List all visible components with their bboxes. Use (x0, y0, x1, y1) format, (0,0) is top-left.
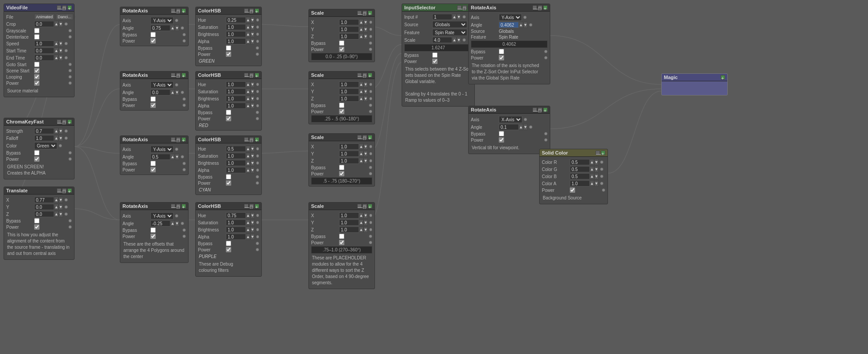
chsb1-hue-input[interactable] (226, 17, 246, 23)
sc1-min[interactable]: — (357, 11, 362, 15)
sc3-y-down[interactable]: ▼ (363, 151, 368, 157)
tz-input[interactable] (34, 211, 54, 217)
sc-a-up[interactable]: ▲ (590, 180, 594, 187)
sc1-y-input[interactable] (339, 26, 359, 32)
minimize-icon[interactable]: — (57, 5, 61, 10)
chsb4-hue-input[interactable] (226, 212, 246, 219)
endtime-input[interactable] (34, 55, 54, 61)
chsb1-byp-cb[interactable] (226, 45, 231, 51)
chsb3-hue-up[interactable]: ▲ (246, 146, 250, 152)
sc4-x-input[interactable] (339, 212, 359, 219)
grayscale-checkbox[interactable] (34, 28, 39, 33)
chsb3-alp-input[interactable] (226, 167, 246, 173)
magic-header[interactable]: Magic + (662, 74, 727, 81)
ra4-axis-select[interactable]: Y-Axis (150, 212, 174, 219)
sc1-z-down[interactable]: ▼ (363, 33, 368, 40)
chromakey-power-checkbox[interactable] (34, 156, 39, 162)
sc2-y-up[interactable]: ▲ (359, 88, 363, 95)
ra4-pwr[interactable]: + (181, 204, 186, 208)
chsb4-alp-down[interactable]: ▼ (250, 234, 255, 240)
rab-pwr[interactable]: + (543, 107, 548, 112)
sc3-pwr-cb[interactable] (339, 171, 344, 176)
chsb2-pwr-cb[interactable] (226, 116, 231, 121)
chsb2-bri-up[interactable]: ▲ (246, 95, 250, 102)
sc2-x-up[interactable]: ▲ (359, 81, 363, 88)
sc-pwr-cb[interactable] (570, 187, 575, 193)
starttime-up[interactable]: ▲ (54, 48, 59, 54)
sc4-y-input[interactable] (339, 219, 359, 226)
rat-pwr[interactable]: + (543, 5, 548, 10)
sc4-pwr[interactable]: + (368, 204, 372, 208)
ra3-set[interactable]: □ (176, 137, 181, 142)
crop-spinbox[interactable]: ▲ ▼ (34, 21, 63, 27)
ra3-min[interactable]: — (171, 137, 175, 142)
strength-input[interactable] (34, 128, 54, 134)
chsb3-bri-down[interactable]: ▼ (250, 160, 255, 166)
chsb2-hue-input[interactable] (226, 81, 246, 88)
chsb3-set[interactable]: □ (249, 137, 254, 142)
starttime-input[interactable] (34, 48, 54, 54)
sc2-z-input[interactable] (339, 95, 359, 102)
ra3-angle-up[interactable]: ▲ (170, 154, 175, 160)
colorhsb4-header[interactable]: ColorHSB — □ + (196, 203, 261, 210)
sc1-pwr-cb[interactable] (339, 47, 344, 52)
is-byp-cb[interactable] (432, 52, 438, 58)
is-input-up[interactable]: ▲ (452, 14, 457, 20)
chsb4-sat-up[interactable]: ▲ (246, 219, 250, 226)
ra3-pwr[interactable]: + (181, 137, 186, 142)
ty-down[interactable]: ▼ (59, 204, 63, 210)
chsb4-sat-input[interactable] (226, 219, 246, 226)
sc-pwr[interactable]: + (601, 151, 605, 155)
rat-angle-up[interactable]: ▲ (519, 22, 523, 28)
chsb1-alp-down[interactable]: ▼ (250, 38, 255, 44)
is-input-down[interactable]: ▼ (457, 14, 461, 20)
scale3-header[interactable]: Scale — □ + (309, 134, 375, 141)
chsb2-sat-down[interactable]: ▼ (250, 88, 255, 95)
solidcolor-header[interactable]: Solid Color — + (540, 149, 608, 157)
sc3-x-input[interactable] (339, 143, 359, 150)
sc4-z-up[interactable]: ▲ (359, 227, 363, 233)
is-input-input[interactable] (432, 14, 452, 20)
rab-angle-down[interactable]: ▼ (523, 124, 528, 130)
videofile-header[interactable]: VideoFile — □ + (4, 4, 74, 12)
chsb2-min[interactable]: — (244, 73, 249, 77)
translate-header[interactable]: Translate — □ + (4, 187, 74, 195)
sc3-z-input[interactable] (339, 158, 359, 164)
ra1-angle-down[interactable]: ▼ (175, 25, 179, 31)
ra4-angle-down[interactable]: ▼ (175, 220, 179, 227)
chsb3-hue-input[interactable] (226, 146, 246, 152)
sc-b-up[interactable]: ▲ (590, 173, 594, 179)
chsb1-sat-down[interactable]: ▼ (250, 24, 255, 30)
chsb4-pwr-cb[interactable] (226, 247, 231, 252)
sc3-set[interactable]: □ (363, 135, 367, 139)
deinterlace-checkbox[interactable] (34, 34, 39, 40)
chsb4-alp-up[interactable]: ▲ (246, 234, 250, 240)
speed-up[interactable]: ▲ (54, 40, 59, 47)
chsb1-bri-up[interactable]: ▲ (246, 31, 250, 37)
danci-tab[interactable]: Danci... (56, 14, 73, 20)
sc4-z-down[interactable]: ▼ (363, 227, 368, 233)
inputselector-header[interactable]: InputSelector — □ + (402, 4, 474, 12)
ra3-axis-select[interactable]: Y-Axis (150, 146, 174, 153)
sc4-x-down[interactable]: ▼ (363, 212, 368, 219)
rat-angle-input[interactable] (499, 22, 519, 28)
scenestart-checkbox[interactable] (34, 68, 39, 73)
sc1-byp-cb[interactable] (339, 40, 344, 46)
sc4-z-input[interactable] (339, 227, 359, 233)
sc-g-input[interactable] (570, 166, 590, 172)
endtime-down[interactable]: ▼ (59, 55, 63, 61)
rat-axis-select[interactable]: Y-Axis (499, 14, 522, 21)
sc2-y-input[interactable] (339, 88, 359, 95)
chsb3-hue-down[interactable]: ▼ (250, 146, 255, 152)
chromakey-set[interactable]: □ (62, 119, 67, 124)
speed-spinbox[interactable]: ▲ ▼ (34, 40, 63, 47)
translate-bypass-checkbox[interactable] (34, 218, 39, 223)
sc3-pwr[interactable]: + (368, 135, 372, 139)
colorhsb1-header[interactable]: ColorHSB — □ + (196, 7, 261, 15)
is-scale-input[interactable] (432, 37, 452, 43)
videofile-power-checkbox[interactable] (34, 80, 39, 86)
sc-a-down[interactable]: ▼ (594, 180, 599, 187)
chsb1-alp-input[interactable] (226, 38, 246, 44)
sc4-set[interactable]: □ (363, 204, 367, 208)
chsb3-sat-down[interactable]: ▼ (250, 153, 255, 159)
